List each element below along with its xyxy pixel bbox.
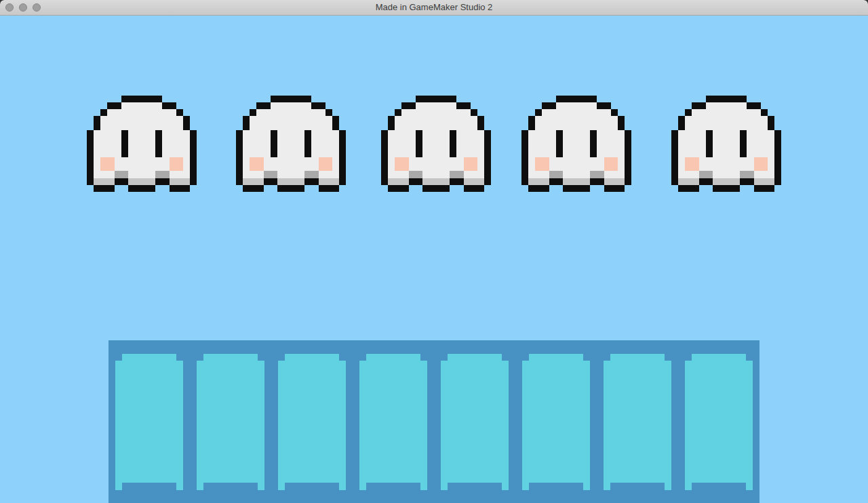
platform-block-part [529, 354, 583, 361]
platform-block-part [359, 361, 427, 483]
platform-block-part [115, 361, 183, 483]
platform-block-part [522, 361, 590, 483]
platform-block-part [448, 354, 502, 361]
app-window: Made in GameMaker Studio 2 [0, 0, 868, 503]
platform-block-part [604, 483, 610, 490]
platform-block-part [746, 483, 753, 490]
platform-tile-1 [108, 340, 190, 503]
platform-tile-4 [353, 340, 434, 503]
platform-tile-3 [271, 340, 353, 503]
platform-block-part [366, 354, 420, 361]
platform-block-part [176, 483, 183, 490]
window-titlebar[interactable]: Made in GameMaker Studio 2 [0, 0, 868, 16]
platform-block-part [685, 361, 753, 483]
platform-block-part [359, 483, 366, 490]
ghost-sprite-5 [671, 96, 781, 192]
platform-tile-5 [434, 340, 515, 503]
platform-block-part [285, 354, 339, 361]
platform-tile-2 [190, 340, 271, 503]
platform-block-part [122, 354, 176, 361]
platform-block-part [502, 483, 509, 490]
platform-block-part [203, 354, 258, 361]
platform-tile-8 [678, 340, 760, 503]
platform [108, 340, 760, 503]
platform-block-part [604, 361, 671, 483]
platform-block-part [522, 483, 529, 490]
platform-block-part [420, 483, 427, 490]
platform-block-part [339, 483, 346, 490]
platform-block-part [278, 361, 346, 483]
ghost-sprite-2 [236, 96, 346, 192]
platform-tile-6 [515, 340, 597, 503]
platform-block-part [610, 354, 665, 361]
platform-block-part [583, 483, 590, 490]
platform-block-part [278, 483, 285, 490]
ghost-sprite-1 [87, 96, 197, 192]
platform-block-part [441, 361, 509, 483]
platform-tile-7 [597, 340, 678, 503]
platform-block-part [665, 483, 671, 490]
platform-block-part [441, 483, 448, 490]
window-title: Made in GameMaker Studio 2 [0, 0, 868, 15]
ghost-sprite-3 [381, 96, 491, 192]
platform-block-part [258, 483, 264, 490]
platform-block-part [197, 361, 264, 483]
platform-block-part [197, 483, 203, 490]
platform-block-part [692, 354, 746, 361]
platform-block-part [115, 483, 122, 490]
platform-block-part [685, 483, 692, 490]
ghost-sprite-4 [521, 96, 631, 192]
game-viewport [0, 16, 868, 503]
